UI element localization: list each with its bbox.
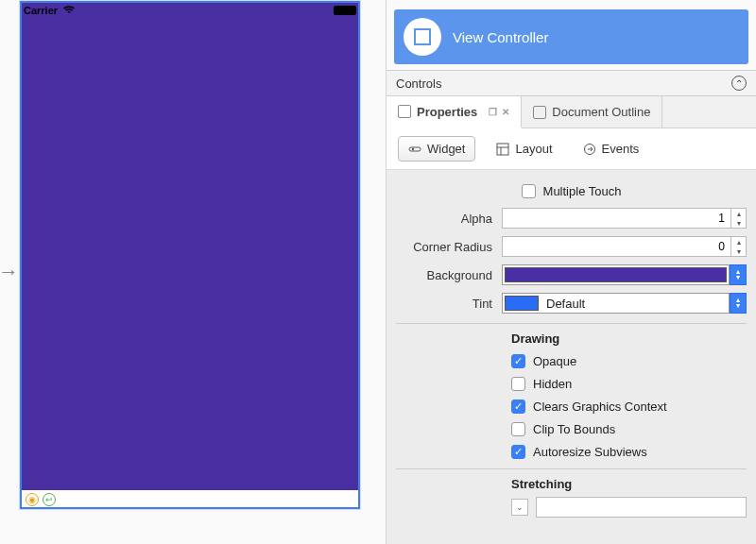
tint-dropdown-button[interactable]: ▴▾ xyxy=(730,293,747,314)
tint-swatch xyxy=(505,296,539,311)
background-dropdown-button[interactable]: ▴▾ xyxy=(730,264,747,285)
selected-object-title: View Controller xyxy=(453,29,548,45)
corner-radius-label: Corner Radius xyxy=(396,240,502,254)
background-swatch xyxy=(505,267,727,282)
corner-radius-input[interactable] xyxy=(502,236,731,257)
clip-to-bounds-label: Clip To Bounds xyxy=(533,422,615,436)
hidden-label: Hidden xyxy=(533,377,572,391)
device-footer-bar: ◉ ↩ xyxy=(20,490,360,509)
wifi-icon xyxy=(62,5,76,16)
pane-tabs: Properties ❐ ✕ Document Outline xyxy=(387,96,756,128)
background-color-well[interactable] xyxy=(502,264,730,285)
expand-left-arrow[interactable]: → xyxy=(0,0,17,544)
property-subtabs: Widget Layout Events xyxy=(387,128,756,170)
layout-guide-icon[interactable]: ◉ xyxy=(26,493,39,506)
controls-header[interactable]: Controls ⌃ xyxy=(387,70,756,96)
tab-properties[interactable]: Properties ❐ ✕ xyxy=(387,96,522,128)
widget-icon xyxy=(408,143,421,156)
undock-icon[interactable]: ❐ xyxy=(489,107,497,117)
stretching-dropdown[interactable]: ⌄ xyxy=(511,499,528,516)
battery-icon xyxy=(334,6,356,15)
clip-to-bounds-checkbox[interactable] xyxy=(511,422,525,436)
svg-point-1 xyxy=(412,147,414,149)
divider-2 xyxy=(396,468,747,469)
alpha-stepper[interactable]: ▴▾ xyxy=(731,208,747,229)
stretching-header: Stretching xyxy=(511,477,747,491)
tab-document-outline-label: Document Outline xyxy=(552,105,650,119)
properties-tab-icon xyxy=(398,105,411,118)
multiple-touch-label: Multiple Touch xyxy=(543,184,622,198)
subtab-layout-label: Layout xyxy=(515,142,552,156)
autoresize-checkbox[interactable]: ✓ xyxy=(511,445,525,459)
stretching-field[interactable] xyxy=(536,497,747,518)
tint-text: Default xyxy=(546,297,585,311)
device-view-body[interactable] xyxy=(21,20,359,490)
svg-rect-0 xyxy=(409,147,421,151)
opaque-label: Opaque xyxy=(533,354,576,368)
clears-graphics-label: Clears Graphics Context xyxy=(533,400,667,414)
device-status-bar: Carrier xyxy=(20,1,360,20)
subtab-events[interactable]: Events xyxy=(574,137,649,161)
layout-icon xyxy=(496,143,509,156)
tab-document-outline[interactable]: Document Outline xyxy=(522,96,662,128)
svg-rect-2 xyxy=(497,144,508,155)
tint-color-well[interactable]: Default xyxy=(502,293,730,314)
clears-graphics-checkbox[interactable]: ✓ xyxy=(511,400,525,414)
hidden-checkbox[interactable] xyxy=(511,377,525,391)
document-outline-tab-icon xyxy=(533,106,546,119)
events-icon xyxy=(583,143,596,156)
corner-radius-stepper[interactable]: ▴▾ xyxy=(731,236,747,257)
autoresize-label: Autoresize Subviews xyxy=(533,445,647,459)
tint-label: Tint xyxy=(396,297,502,311)
alpha-label: Alpha xyxy=(396,212,502,226)
properties-body: Multiple Touch Alpha ▴▾ Corner Radius ▴▾… xyxy=(387,170,756,544)
carrier-label: Carrier xyxy=(24,5,58,16)
opaque-checkbox[interactable]: ✓ xyxy=(511,354,525,368)
subtab-widget[interactable]: Widget xyxy=(398,136,475,162)
alpha-input[interactable] xyxy=(502,208,731,229)
subtab-layout[interactable]: Layout xyxy=(487,137,561,161)
tab-properties-label: Properties xyxy=(417,105,477,119)
close-icon[interactable]: ✕ xyxy=(502,107,509,117)
subtab-events-label: Events xyxy=(602,142,640,156)
device-canvas[interactable]: Carrier ◉ ↩ xyxy=(19,0,361,510)
collapse-controls-icon[interactable]: ⌃ xyxy=(731,76,747,91)
subtab-widget-label: Widget xyxy=(427,142,465,156)
selected-object-row[interactable]: View Controller xyxy=(394,9,748,64)
controls-label: Controls xyxy=(396,76,441,91)
divider xyxy=(396,323,747,324)
background-label: Background xyxy=(396,268,502,282)
view-controller-icon xyxy=(404,18,441,56)
multiple-touch-checkbox[interactable] xyxy=(522,184,536,198)
exit-icon[interactable]: ↩ xyxy=(43,493,56,506)
drawing-header: Drawing xyxy=(511,332,747,346)
